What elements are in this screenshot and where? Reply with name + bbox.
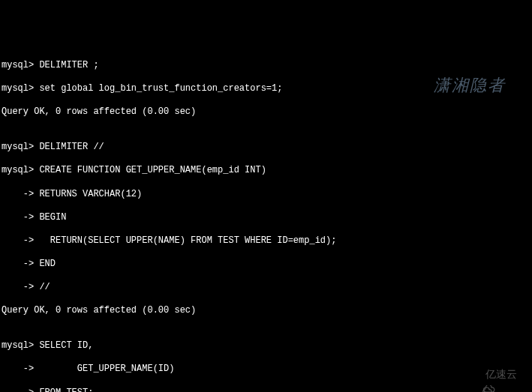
terminal-line: -> // [2, 282, 530, 294]
terminal-line: -> BEGIN [2, 212, 530, 224]
terminal-line: mysql> SELECT ID, [2, 340, 530, 352]
terminal-line: Query OK, 0 rows affected (0.00 sec) [2, 106, 530, 118]
terminal-line: Query OK, 0 rows affected (0.00 sec) [2, 305, 530, 317]
terminal-line: -> END [2, 259, 530, 271]
terminal-line: mysql> CREATE FUNCTION GET_UPPER_NAME(em… [2, 165, 530, 177]
terminal-line: mysql> DELIMITER // [2, 142, 530, 154]
terminal-line: -> RETURNS VARCHAR(12) [2, 189, 530, 201]
terminal-line: -> GET_UPPER_NAME(ID) [2, 364, 530, 376]
terminal-line: mysql> DELIMITER ; [2, 60, 530, 72]
terminal-line: -> FROM TEST; [2, 388, 530, 392]
terminal-line: -> RETURN(SELECT UPPER(NAME) FROM TEST W… [2, 235, 530, 247]
terminal-output[interactable]: mysql> DELIMITER ; mysql> set global log… [2, 48, 530, 392]
terminal-line: mysql> set global log_bin_trust_function… [2, 83, 530, 95]
